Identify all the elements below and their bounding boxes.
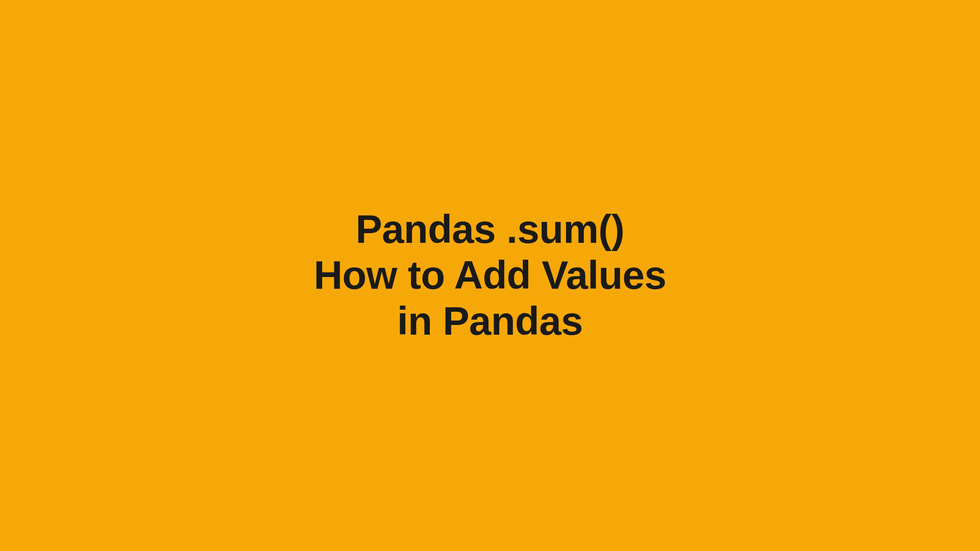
title-container: Pandas .sum() How to Add Values in Panda… (314, 207, 667, 344)
title-line-2: How to Add Values (314, 253, 667, 298)
title-line-3: in Pandas (314, 298, 667, 344)
title-line-1: Pandas .sum() (314, 207, 667, 253)
